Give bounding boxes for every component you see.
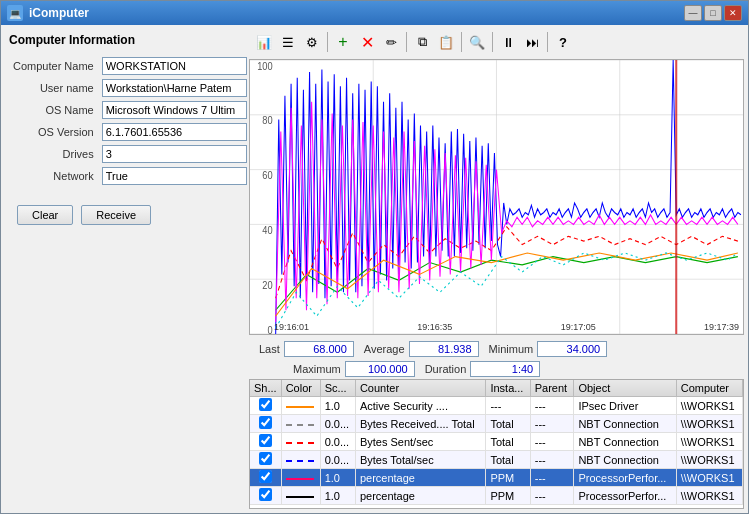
title-buttons: — □ ✕ (684, 5, 742, 21)
field-input[interactable] (102, 123, 247, 141)
minimum-value: 34.000 (537, 341, 607, 357)
column-header[interactable]: Object (574, 380, 676, 397)
table-row[interactable]: 1.0percentagePPM---ProcessorPerfor...\\W… (250, 469, 743, 487)
column-header[interactable]: Color (281, 380, 320, 397)
row-object: NBT Connection (574, 433, 676, 451)
row-checkbox[interactable] (259, 416, 272, 429)
row-checkbox-cell (250, 397, 281, 415)
row-color (281, 397, 320, 415)
toolbar-sep-3 (461, 32, 462, 52)
column-header[interactable]: Counter (355, 380, 485, 397)
list-button[interactable]: ☰ (277, 31, 299, 53)
row-instance: PPM (486, 487, 530, 505)
info-table: Computer Name User name OS Name OS Versi… (9, 55, 251, 187)
column-header[interactable]: Sc... (320, 380, 355, 397)
row-checkbox[interactable] (259, 434, 272, 447)
column-header[interactable]: Sh... (250, 380, 281, 397)
delete-button[interactable]: ✕ (356, 31, 378, 53)
copy-button[interactable]: ⧉ (411, 31, 433, 53)
svg-text:40: 40 (262, 224, 273, 236)
toolbar-sep-5 (547, 32, 548, 52)
field-input[interactable] (102, 167, 247, 185)
field-input[interactable] (102, 145, 247, 163)
edit-button[interactable]: ✏ (380, 31, 402, 53)
row-scale: 0.0... (320, 415, 355, 433)
row-color (281, 451, 320, 469)
title-bar-left: 💻 iComputer (7, 5, 89, 21)
column-header[interactable]: Computer (676, 380, 742, 397)
table-row[interactable]: 0.0...Bytes Total/secTotal---NBT Connect… (250, 451, 743, 469)
app-icon: 💻 (7, 5, 23, 21)
field-value-cell (98, 55, 251, 77)
clear-button[interactable]: Clear (17, 205, 73, 225)
data-table-container: Sh...ColorSc...CounterInsta...ParentObje… (249, 379, 744, 509)
row-color (281, 469, 320, 487)
svg-text:60: 60 (262, 169, 273, 181)
column-header[interactable]: Insta... (486, 380, 530, 397)
field-label: OS Version (9, 121, 98, 143)
row-instance: Total (486, 415, 530, 433)
row-checkbox[interactable] (259, 470, 272, 483)
window-title: iComputer (29, 6, 89, 20)
field-label: Network (9, 165, 98, 187)
row-instance: --- (486, 397, 530, 415)
maximize-button[interactable]: □ (704, 5, 722, 21)
info-row: Computer Name (9, 55, 251, 77)
info-row: OS Version (9, 121, 251, 143)
svg-text:80: 80 (262, 115, 273, 127)
row-checkbox[interactable] (259, 398, 272, 411)
row-object: IPsec Driver (574, 397, 676, 415)
field-input[interactable] (102, 57, 247, 75)
row-counter: Bytes Received.... Total (355, 415, 485, 433)
minimize-button[interactable]: — (684, 5, 702, 21)
column-header[interactable]: Parent (530, 380, 574, 397)
last-value: 68.000 (284, 341, 354, 357)
receive-button[interactable]: Receive (81, 205, 151, 225)
pause-button[interactable]: ⏸ (497, 31, 519, 53)
row-object: NBT Connection (574, 415, 676, 433)
row-scale: 0.0... (320, 451, 355, 469)
table-row[interactable]: 1.0Active Security ....------IPsec Drive… (250, 397, 743, 415)
row-parent: --- (530, 433, 574, 451)
row-object: ProcessorPerfor... (574, 487, 676, 505)
info-row: OS Name (9, 99, 251, 121)
maximum-value: 100.000 (345, 361, 415, 377)
maximum-label: Maximum (293, 363, 341, 375)
minimum-label: Minimum (489, 343, 534, 355)
row-checkbox[interactable] (259, 488, 272, 501)
row-scale: 0.0... (320, 433, 355, 451)
help-button[interactable]: ? (552, 31, 574, 53)
svg-text:20: 20 (262, 279, 273, 291)
table-row[interactable]: 0.0...Bytes Received.... TotalTotal---NB… (250, 415, 743, 433)
zoom-button[interactable]: 🔍 (466, 31, 488, 53)
row-scale: 1.0 (320, 487, 355, 505)
table-row[interactable]: 1.0percentagePPM---ProcessorPerfor...\\W… (250, 487, 743, 505)
toolbar-sep-1 (327, 32, 328, 52)
row-checkbox-cell (250, 487, 281, 505)
field-input[interactable] (102, 79, 247, 97)
main-window: 💻 iComputer — □ ✕ Computer Information C… (0, 0, 749, 514)
close-button[interactable]: ✕ (724, 5, 742, 21)
row-computer: \\WORKS1 (676, 415, 742, 433)
paste-button[interactable]: 📋 (435, 31, 457, 53)
step-button[interactable]: ⏭ (521, 31, 543, 53)
table-scroll-area[interactable]: Sh...ColorSc...CounterInsta...ParentObje… (250, 380, 743, 508)
field-value-cell (98, 121, 251, 143)
row-color (281, 415, 320, 433)
settings-button[interactable]: ⚙ (301, 31, 323, 53)
graph-button[interactable]: 📊 (253, 31, 275, 53)
row-checkbox[interactable] (259, 452, 272, 465)
duration-label: Duration (425, 363, 467, 375)
duration-value: 1:40 (470, 361, 540, 377)
row-checkbox-cell (250, 415, 281, 433)
stats-row-1: Last 68.000 Average 81.938 Minimum 34.00… (249, 339, 744, 359)
add-button[interactable]: + (332, 31, 354, 53)
field-label: Drives (9, 143, 98, 165)
row-color (281, 433, 320, 451)
row-instance: Total (486, 433, 530, 451)
field-input[interactable] (102, 101, 247, 119)
table-row[interactable]: 0.0...Bytes Sent/secTotal---NBT Connecti… (250, 433, 743, 451)
row-parent: --- (530, 397, 574, 415)
row-counter: percentage (355, 469, 485, 487)
row-computer: \\WORKS1 (676, 487, 742, 505)
